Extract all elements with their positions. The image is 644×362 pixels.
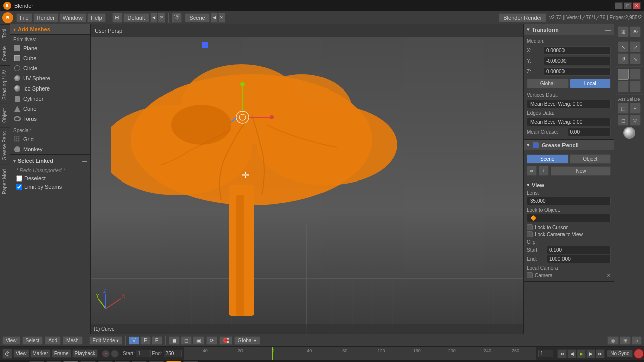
de-label[interactable]: De [634, 97, 640, 102]
pivot-selector[interactable]: ⟳ [206, 336, 217, 345]
texture-shading[interactable]: ▣ [193, 336, 204, 345]
lens-value[interactable]: 35.000 [527, 197, 611, 205]
record-kf-btn[interactable] [111, 350, 119, 358]
mesh-item-plane[interactable]: Plane [10, 43, 90, 53]
toolbar-view-btn[interactable]: View [2, 336, 20, 345]
local-button[interactable]: Local [570, 79, 611, 88]
menu-help[interactable]: Help [87, 13, 106, 22]
scene-icon[interactable]: 🎬 [172, 13, 182, 23]
audio-btn[interactable] [634, 349, 644, 359]
add-meshes-collapse[interactable]: — [82, 26, 87, 32]
snap-to-grid[interactable]: ⊞ [620, 336, 631, 345]
viewport-canvas[interactable]: X Y Z ✛ [91, 24, 523, 334]
layer4[interactable] [630, 81, 641, 92]
prop-icon-2[interactable]: + [630, 103, 641, 114]
mesh-item-cube[interactable]: Cube [10, 53, 90, 63]
wire-shading[interactable]: ◻ [181, 336, 192, 345]
jump-start-btn[interactable]: ⏮ [557, 349, 567, 358]
edge-mode-btn[interactable]: E [140, 336, 151, 345]
mesh-item-grid[interactable]: Grid [10, 134, 90, 144]
end-frame[interactable]: 250 [164, 350, 182, 357]
timeline-marker-btn[interactable]: Marker [30, 349, 51, 358]
global-local-selector[interactable]: Global ▾ [234, 336, 260, 345]
render-engine-selector[interactable]: Blender Render [499, 13, 546, 22]
view-collapse[interactable]: — [605, 182, 611, 188]
timeline-ruler[interactable]: -40 -20 0 40 80 120 160 200 240 260 [184, 347, 537, 360]
lock-camera-checkbox[interactable] [527, 231, 533, 237]
solid-shading[interactable]: ◼ [169, 336, 180, 345]
move-icon[interactable]: ↗ [630, 41, 641, 52]
layout-prev[interactable]: ◀ [150, 13, 157, 23]
face-mode-btn[interactable]: F [152, 336, 162, 345]
mesh-item-cone[interactable]: Cone [10, 104, 90, 114]
mean-bevel-e[interactable]: Mean Bevel Weig: 0.00 [527, 118, 611, 126]
gp-collapse[interactable]: — [581, 142, 586, 148]
camera-close-icon[interactable]: ✕ [607, 273, 611, 278]
gp-pencil-icon[interactable]: ✏ [527, 166, 537, 176]
scene-selector[interactable]: Scene [185, 13, 209, 22]
prop-icon-4[interactable]: ▽ [630, 115, 641, 126]
next-frame-btn[interactable]: ▶ [586, 349, 595, 358]
prop-icon-3[interactable]: ◻ [618, 115, 629, 126]
mean-crease-value[interactable]: 0.00 [568, 128, 611, 136]
camera-checkbox[interactable] [527, 272, 533, 278]
select-linked-collapse[interactable]: — [82, 158, 87, 164]
select-icon[interactable]: ↖ [618, 41, 629, 52]
mesh-item-uvsphere[interactable]: UV Sphere [10, 73, 90, 83]
vertex-mode-btn[interactable]: V [129, 336, 139, 345]
lock-to-object-input[interactable]: 🔶 [527, 214, 611, 222]
mesh-item-icosphere[interactable]: Ico Sphere [10, 83, 90, 94]
mesh-item-cylinder[interactable]: Cylinder [10, 94, 90, 104]
clip-end-value[interactable]: 1000.000 [547, 255, 611, 263]
menu-window[interactable]: Window [59, 13, 86, 22]
mesh-item-monkey[interactable]: Monkey [10, 144, 90, 154]
toolbar-mesh-btn[interactable]: Mesh [63, 336, 82, 345]
timeline-playback-btn[interactable]: Playback [72, 349, 98, 358]
transform-collapse[interactable]: — [605, 27, 611, 33]
snap-btn[interactable]: 🧲 [219, 336, 232, 345]
global-button[interactable]: Global [527, 79, 569, 88]
limit-by-seams-checkbox[interactable] [16, 184, 22, 190]
layer3[interactable] [618, 81, 629, 92]
blender-logo-btn[interactable]: B [2, 12, 13, 23]
view-icon[interactable]: 👁 [630, 26, 641, 37]
record-btn[interactable]: ● [102, 350, 110, 358]
gp-add-icon[interactable]: + [539, 166, 549, 176]
menu-file[interactable]: File [16, 13, 32, 22]
z-value[interactable]: 0.00000 [544, 67, 611, 76]
ass-label[interactable]: Ass [618, 97, 626, 102]
play-btn[interactable]: ▶ [577, 349, 586, 358]
tab-tool[interactable]: Tool [0, 24, 10, 42]
minimize-button[interactable]: _ [615, 2, 623, 9]
layer2[interactable] [630, 69, 641, 80]
layout-selector[interactable]: Default [123, 13, 150, 22]
window-controls[interactable]: _ □ ✕ [615, 2, 641, 9]
jump-end-btn[interactable]: ⏭ [596, 349, 605, 358]
auto-merge[interactable]: ⟐ [632, 336, 642, 345]
scene-prev[interactable]: ◀ [211, 13, 218, 23]
layer1[interactable] [618, 69, 629, 80]
timeline-view-btn[interactable]: View [13, 349, 29, 358]
grease-pencil-header[interactable]: ▾ Grease Pencil — [524, 140, 614, 150]
timeline-frame-btn[interactable]: Frame [52, 349, 71, 358]
gp-tab-object[interactable]: Object [570, 154, 611, 164]
viewport-3d[interactable]: User Persp [91, 24, 523, 334]
deselect-checkbox[interactable] [16, 175, 22, 182]
tab-create[interactable]: Create [0, 42, 10, 65]
mesh-item-circle[interactable]: Circle [10, 63, 90, 73]
mode-selector[interactable]: Edit Mode ▾ [89, 336, 123, 345]
y-value[interactable]: -0.00000 [544, 57, 611, 65]
current-frame[interactable]: 1 [538, 350, 553, 357]
view-section-header[interactable]: ▾ View — [527, 182, 611, 188]
prop-icon-1[interactable]: ⬚ [618, 103, 629, 114]
scene-next[interactable]: ✕ [218, 13, 225, 23]
gp-tab-scene[interactable]: Scene [527, 154, 569, 164]
x-value[interactable]: 0.00000 [544, 46, 611, 55]
tab-object[interactable]: Object [0, 104, 10, 127]
rotate-icon[interactable]: ↺ [618, 53, 629, 64]
mesh-item-torus[interactable]: Torus [10, 114, 90, 124]
layout-next[interactable]: ✕ [158, 13, 165, 23]
clip-start-value[interactable]: 0.100 [547, 246, 611, 254]
tab-grease-pencil[interactable]: Grease Penc [0, 127, 10, 164]
gp-checkbox[interactable] [533, 142, 539, 148]
